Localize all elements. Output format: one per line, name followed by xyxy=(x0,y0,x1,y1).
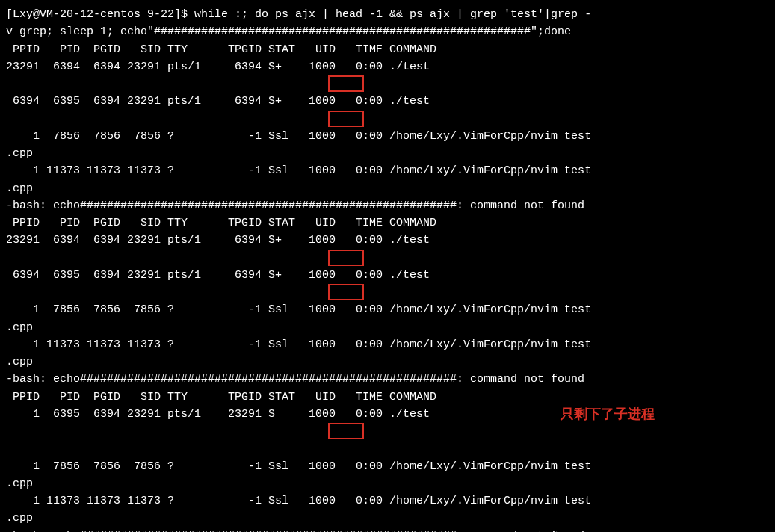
highlight-box xyxy=(328,75,364,92)
ps-header: PPID PID PGID SID TTY TPGID STAT UID TIM… xyxy=(6,389,769,406)
ps-row-wrap: .cpp xyxy=(6,475,769,492)
ps-row: 6394 6395 6394 23291 pts/1 6394 S+ 1000 … xyxy=(6,93,769,128)
ps-row: 23291 6394 6394 23291 pts/1 6394 S+ 1000… xyxy=(6,232,769,267)
ps-header: PPID PID PGID SID TTY TPGID STAT UID TIM… xyxy=(6,214,769,232)
ps-row-wrap: .cpp xyxy=(6,145,769,162)
annotation-text: 只剩下了子进程 xyxy=(561,404,655,425)
shell-prompt-line1: [Lxy@VM-20-12-centos 9-22]$ while :; do … xyxy=(6,6,769,23)
bash-error: -bash: echo#############################… xyxy=(6,197,769,214)
highlight-box xyxy=(328,250,364,266)
shell-prompt-line2: v grep; sleep 1; echo"##################… xyxy=(6,23,769,40)
bash-error: -bash: echo#############################… xyxy=(6,528,769,533)
highlight-box xyxy=(328,111,364,127)
ps-row: 6394 6395 6394 23291 pts/1 6394 S+ 1000 … xyxy=(6,267,769,302)
ps-row: 1 11373 11373 11373 ? -1 Ssl 1000 0:00 /… xyxy=(6,162,769,179)
highlight-box xyxy=(328,423,364,439)
bash-error: -bash: echo#############################… xyxy=(6,371,769,388)
ps-header: PPID PID PGID SID TTY TPGID STAT UID TIM… xyxy=(6,41,769,58)
ps-row-wrap: .cpp xyxy=(6,319,769,336)
ps-row: 1 7856 7856 7856 ? -1 Ssl 1000 0:00 /hom… xyxy=(6,458,769,475)
ps-row: 1 11373 11373 11373 ? -1 Ssl 1000 0:00 /… xyxy=(6,336,769,353)
ps-row: 1 11373 11373 11373 ? -1 Ssl 1000 0:00 /… xyxy=(6,492,769,510)
ps-row: 1 7856 7856 7856 ? -1 Ssl 1000 0:00 /hom… xyxy=(6,128,769,145)
ps-row-wrap: .cpp xyxy=(6,180,769,197)
ps-row: 23291 6394 6394 23291 pts/1 6394 S+ 1000… xyxy=(6,58,769,93)
ps-row: 1 7856 7856 7856 ? -1 Ssl 1000 0:00 /hom… xyxy=(6,301,769,318)
ps-row-wrap: .cpp xyxy=(6,510,769,527)
ps-row: 1 6395 6394 23291 pts/1 23291 S 1000 0:0… xyxy=(6,406,769,458)
ps-row-wrap: .cpp xyxy=(6,353,769,371)
highlight-box xyxy=(328,284,364,300)
